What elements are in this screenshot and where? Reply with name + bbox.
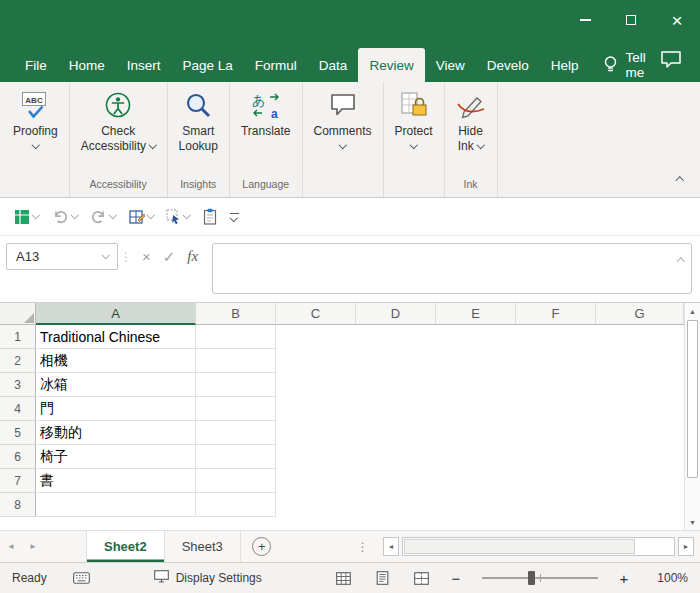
tell-me-button[interactable]: Tell me (603, 48, 660, 82)
draw-table-button[interactable] (125, 206, 158, 228)
tab-file[interactable]: File (14, 48, 58, 82)
formula-input[interactable] (212, 243, 692, 294)
empty-cells[interactable] (196, 445, 276, 469)
minimize-button[interactable] (562, 0, 608, 40)
sheet-nav-left-icon[interactable]: ◄ (0, 531, 22, 562)
sheet-tab-sheet2[interactable]: Sheet2 (86, 531, 165, 562)
display-settings-button[interactable]: Display Settings (154, 570, 262, 586)
tab-view[interactable]: View (425, 48, 476, 82)
column-header-f[interactable]: F (516, 303, 596, 325)
horizontal-scrollbar[interactable]: ◄ ► (377, 531, 700, 562)
row-header-8[interactable]: 8 (0, 493, 36, 517)
draw-table-icon (129, 209, 145, 225)
select-objects-button[interactable] (162, 206, 194, 228)
share-comments-button[interactable] (660, 40, 688, 82)
tab-data[interactable]: Data (308, 48, 359, 82)
column-header-c[interactable]: C (276, 303, 356, 325)
tab-formulas[interactable]: Formul (244, 48, 308, 82)
row-header-7[interactable]: 7 (0, 469, 36, 493)
cell-a4[interactable]: 門 (36, 397, 196, 421)
zoom-out-button[interactable]: − (449, 570, 463, 587)
hide-ink-button[interactable]: Hide Ink (448, 84, 494, 154)
column-header-e[interactable]: E (436, 303, 516, 325)
comments-button[interactable]: Comments (306, 84, 380, 154)
tab-developer[interactable]: Develo (476, 48, 540, 82)
redo-button[interactable] (86, 206, 120, 227)
translate-button[interactable]: あ a Translate (233, 84, 299, 154)
zoom-slider-thumb[interactable] (528, 571, 535, 585)
chevron-down-icon (70, 211, 78, 219)
column-header-b[interactable]: B (196, 303, 276, 325)
row-header-1[interactable]: 1 (0, 325, 36, 349)
empty-cells[interactable] (196, 373, 276, 397)
tab-home[interactable]: Home (58, 48, 116, 82)
scroll-left-icon[interactable]: ◄ (383, 537, 399, 556)
collapse-ribbon-button[interactable] (677, 169, 683, 187)
table-row: 2 相機 (0, 349, 684, 373)
display-settings-label: Display Settings (176, 571, 262, 585)
tab-review[interactable]: Review (358, 48, 424, 82)
empty-cells[interactable] (196, 349, 276, 373)
page-break-preview-button[interactable] (410, 567, 432, 589)
tab-help[interactable]: Help (540, 48, 590, 82)
page-layout-view-button[interactable] (371, 567, 393, 589)
row-header-4[interactable]: 4 (0, 397, 36, 421)
sheet-tab-sheet3[interactable]: Sheet3 (165, 531, 241, 562)
row-header-5[interactable]: 5 (0, 421, 36, 445)
vertical-scrollbar-thumb[interactable] (687, 320, 698, 478)
empty-cells[interactable] (196, 325, 276, 349)
column-header-d[interactable]: D (356, 303, 436, 325)
clipboard-button[interactable] (199, 205, 221, 228)
cell-a8[interactable] (36, 493, 196, 517)
protect-button[interactable]: Protect (387, 84, 441, 154)
insert-function-button[interactable]: fx (187, 248, 198, 265)
protect-group-label (410, 175, 418, 197)
select-all-button[interactable] (0, 303, 36, 325)
tab-insert[interactable]: Insert (116, 48, 172, 82)
horizontal-scrollbar-track[interactable] (402, 537, 675, 556)
name-box[interactable]: A13 (6, 243, 118, 270)
zoom-level[interactable]: 100% (648, 571, 688, 585)
tab-page-layout[interactable]: Page La (172, 48, 244, 82)
zoom-slider[interactable] (482, 577, 598, 579)
cell-a2[interactable]: 相機 (36, 349, 196, 373)
proofing-button[interactable]: ABC Proofing (5, 84, 66, 154)
cell-a1[interactable]: Traditional Chinese (36, 325, 196, 349)
empty-cells[interactable] (196, 421, 276, 445)
row-header-2[interactable]: 2 (0, 349, 36, 373)
new-sheet-button[interactable]: + (241, 531, 283, 562)
normal-view-button[interactable] (332, 567, 354, 589)
column-header-a[interactable]: A (36, 303, 196, 325)
maximize-button[interactable] (608, 0, 654, 40)
expand-formula-bar-button[interactable] (678, 250, 684, 268)
name-box-splitter[interactable]: ⋮ (118, 243, 134, 270)
vertical-scrollbar[interactable]: ▲ ▼ (684, 303, 700, 530)
qat-overflow-button[interactable] (226, 210, 243, 224)
check-accessibility-button[interactable]: Check Accessibility (73, 84, 164, 154)
cell-a6[interactable]: 椅子 (36, 445, 196, 469)
cancel-button[interactable]: × (142, 248, 151, 265)
close-button[interactable]: × (654, 0, 700, 40)
scroll-up-icon[interactable]: ▲ (685, 303, 700, 319)
column-header-g[interactable]: G (596, 303, 684, 325)
row-header-3[interactable]: 3 (0, 373, 36, 397)
workbook-button[interactable] (10, 206, 43, 228)
cell-a5[interactable]: 移動的 (36, 421, 196, 445)
row-header-6[interactable]: 6 (0, 445, 36, 469)
scroll-right-icon[interactable]: ► (678, 537, 694, 556)
scroll-down-icon[interactable]: ▼ (685, 514, 700, 530)
smart-lookup-button[interactable]: Smart Lookup (171, 84, 226, 154)
cell-a3[interactable]: 冰箱 (36, 373, 196, 397)
zoom-in-button[interactable]: + (617, 570, 631, 587)
undo-button[interactable] (48, 206, 82, 227)
enter-button[interactable]: ✓ (163, 248, 176, 266)
empty-cells[interactable] (196, 493, 276, 517)
horizontal-scrollbar-thumb[interactable] (404, 539, 635, 554)
tab-splitter[interactable]: ⋮ (349, 531, 377, 562)
empty-cells[interactable] (196, 397, 276, 421)
select-cursor-icon (166, 209, 181, 225)
cell-a7[interactable]: 書 (36, 469, 196, 493)
sheet-nav-right-icon[interactable]: ► (22, 531, 44, 562)
empty-cells[interactable] (196, 469, 276, 493)
keyboard-icon[interactable] (73, 572, 90, 584)
